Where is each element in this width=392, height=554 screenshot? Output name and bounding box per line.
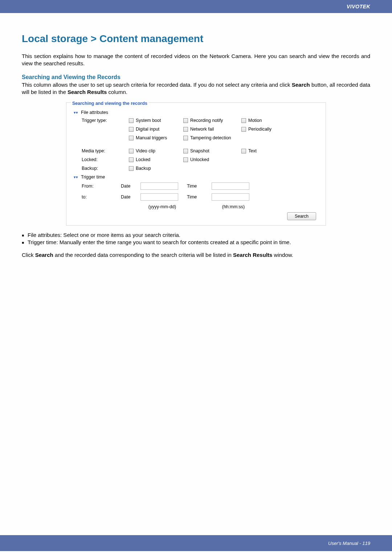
backup-opt-label: Backup	[136, 166, 151, 171]
brand-text: VIVOTEK	[347, 4, 370, 9]
media-type-label: Media type:	[82, 148, 125, 153]
locked-row: Locked: Locked Unlocked	[82, 157, 319, 162]
manual-triggers-option[interactable]: Manual triggers	[129, 135, 180, 140]
video-clip-option[interactable]: Video clip	[129, 148, 180, 153]
motion-option[interactable]: Motion	[241, 118, 292, 123]
search-button[interactable]: Search	[287, 212, 316, 220]
system-boot-label: System boot	[136, 118, 161, 123]
file-attributes-header[interactable]: ▾▾ File attributes	[75, 110, 319, 115]
checkbox-icon	[183, 149, 188, 153]
checkbox-icon	[129, 118, 134, 123]
subpara-bold-search: Search	[292, 82, 310, 88]
subheading-paragraph: This column allows the user to set up se…	[22, 81, 370, 96]
page-content: Local storage > Content management This …	[0, 13, 392, 259]
chevron-down-icon: ▾▾	[74, 110, 78, 115]
unlocked-option[interactable]: Unlocked	[183, 157, 238, 162]
closing-a: Click	[22, 252, 35, 258]
checkbox-icon	[129, 136, 134, 140]
subpara-part-e: column.	[107, 89, 127, 95]
subpara-part-a: This column allows the user to set up se…	[22, 82, 292, 88]
bullet-trigger-time: Trigger time: Manually enter the time ra…	[22, 239, 370, 246]
backup-row: Backup: Backup	[82, 166, 319, 171]
chevron-down-icon: ▾▾	[74, 175, 78, 180]
checkbox-icon	[129, 157, 134, 162]
digital-input-label: Digital input	[136, 127, 159, 132]
from-time-input[interactable]	[212, 182, 249, 190]
backup-label: Backup:	[82, 166, 125, 171]
checkbox-icon	[241, 127, 246, 132]
from-label: From:	[82, 184, 118, 189]
digital-input-option[interactable]: Digital input	[129, 127, 180, 132]
closing-c: and the recorded data corresponding to t…	[53, 252, 233, 258]
subheading: Searching and Viewing the Records	[22, 74, 370, 81]
page-bottom-edge	[0, 551, 392, 554]
video-clip-label: Video clip	[136, 148, 155, 153]
checkbox-icon	[241, 118, 246, 123]
to-date-input[interactable]	[140, 193, 178, 201]
motion-label: Motion	[248, 118, 262, 123]
bullet-list: File attributes: Select one or more item…	[22, 231, 370, 246]
fieldset-legend: Searching and viewing the records	[71, 101, 149, 106]
checkbox-icon	[183, 118, 188, 123]
tampering-detection-option[interactable]: Tampering detection	[183, 135, 238, 140]
trigger-type-row-1: Trigger type: System boot Recording noti…	[82, 118, 319, 123]
closing-e: window.	[272, 252, 293, 258]
locked-option[interactable]: Locked	[129, 157, 180, 162]
from-row: From: Date Time	[82, 182, 319, 190]
snapshot-label: Snapshot	[190, 148, 209, 153]
file-attributes-label: File attributes	[81, 110, 108, 115]
manual-triggers-label: Manual triggers	[136, 135, 167, 140]
recording-notify-option[interactable]: Recording notify	[183, 118, 238, 123]
time-label: Time	[187, 184, 209, 189]
date-label: Date	[121, 184, 138, 189]
recording-notify-label: Recording notify	[190, 118, 223, 123]
periodically-label: Periodically	[248, 127, 271, 132]
trigger-type-row-2: Digital input Network fail Periodically	[82, 127, 319, 132]
trigger-time-label: Trigger time	[81, 175, 105, 180]
date-format-hint: (yyyy-mm-dd)	[140, 204, 184, 209]
locked-label: Locked:	[82, 157, 125, 162]
snapshot-option[interactable]: Snapshot	[183, 148, 238, 153]
unlocked-opt-label: Unlocked	[190, 157, 209, 162]
bullet-file-attributes: File attributes: Select one or more item…	[22, 231, 370, 239]
periodically-option[interactable]: Periodically	[241, 127, 292, 132]
to-label: to:	[82, 194, 118, 200]
system-boot-option[interactable]: System boot	[129, 118, 180, 123]
trigger-time-header[interactable]: ▾▾ Trigger time	[75, 175, 319, 180]
closing-paragraph: Click Search and the recorded data corre…	[22, 251, 370, 259]
to-row: to: Date Time	[82, 193, 319, 201]
checkbox-icon	[183, 136, 188, 140]
time-format-hint: (hh:mm:ss)	[212, 204, 255, 209]
format-hint-row: (yyyy-mm-dd) (hh:mm:ss)	[82, 204, 319, 209]
checkbox-icon	[241, 149, 246, 153]
search-button-row: Search	[73, 212, 319, 220]
page-title: Local storage > Content management	[22, 33, 370, 45]
text-option[interactable]: Text	[241, 148, 292, 153]
footer-bar: User's Manual - 119	[0, 535, 392, 551]
from-date-input[interactable]	[140, 182, 178, 190]
trigger-type-row-3: Manual triggers Tampering detection	[82, 135, 319, 140]
checkbox-icon	[129, 166, 134, 171]
locked-opt-label: Locked	[136, 157, 150, 162]
checkbox-icon	[183, 157, 188, 162]
footer-text: User's Manual - 119	[328, 541, 370, 546]
date-label: Date	[121, 194, 138, 200]
checkbox-icon	[129, 127, 134, 132]
network-fail-label: Network fail	[190, 127, 214, 132]
closing-bold-results: Search Results	[233, 252, 272, 258]
header-bar: VIVOTEK	[0, 0, 392, 13]
backup-option[interactable]: Backup	[129, 166, 180, 171]
time-label: Time	[187, 194, 209, 200]
checkbox-icon	[183, 127, 188, 132]
to-time-input[interactable]	[212, 193, 249, 201]
closing-bold-search: Search	[35, 252, 53, 258]
search-fieldset: Searching and viewing the records ▾▾ Fil…	[66, 102, 326, 226]
tampering-detection-label: Tampering detection	[190, 135, 231, 140]
network-fail-option[interactable]: Network fail	[183, 127, 238, 132]
media-type-row: Media type: Video clip Snapshot Text	[82, 148, 319, 153]
checkbox-icon	[129, 149, 134, 153]
intro-paragraph: This section explains how to manage the …	[22, 53, 370, 67]
text-label: Text	[248, 148, 257, 153]
trigger-type-label: Trigger type:	[82, 118, 125, 123]
subpara-bold-results: Search Results	[68, 89, 107, 95]
